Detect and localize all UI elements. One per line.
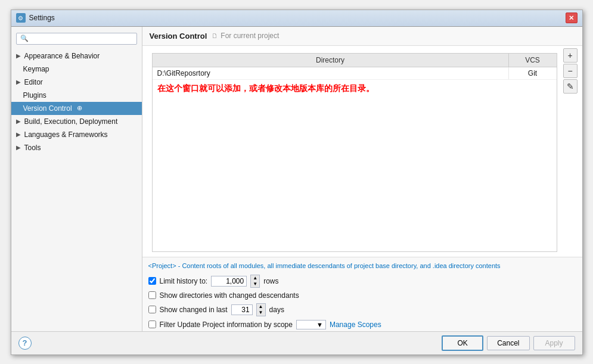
- settings-dialog: ⚙ Settings ✕ 🔍 ▶ Appearance & Behavior K…: [11, 10, 583, 355]
- option-filter-update: Filter Update Project information by sco…: [148, 318, 576, 331]
- limit-history-input[interactable]: [211, 276, 247, 287]
- sidebar-item-tools[interactable]: ▶ Tools: [11, 141, 142, 154]
- sidebar-item-version-control[interactable]: Version Control ⊕: [11, 102, 142, 115]
- show-changed-spinner: ▲ ▼: [256, 303, 266, 316]
- apply-button[interactable]: Apply: [533, 336, 575, 350]
- sidebar-item-label: Languages & Frameworks: [24, 130, 108, 139]
- spinner-down[interactable]: ▼: [251, 281, 259, 287]
- content-header: Version Control 🗋 For current project: [142, 27, 582, 46]
- side-buttons: + − ✎: [563, 48, 578, 254]
- sidebar: 🔍 ▶ Appearance & Behavior Keymap ▶ Edito…: [11, 27, 142, 331]
- sidebar-item-build[interactable]: ▶ Build, Execution, Deployment: [11, 115, 142, 128]
- annotation-text: 在这个窗口就可以添加，或者修改本地版本库的所在目录。: [153, 80, 557, 98]
- title-bar: ⚙ Settings ✕: [11, 10, 582, 27]
- content-title: Version Control: [150, 32, 207, 41]
- checkbox-filter-update[interactable]: [148, 321, 156, 328]
- content-subtitle: 🗋 For current project: [212, 32, 279, 40]
- bottom-section: <Project> - Content roots of all modules…: [142, 257, 582, 331]
- sidebar-item-label: Appearance & Behavior: [24, 52, 100, 60]
- arrow-icon: ▶: [16, 131, 22, 138]
- ok-button[interactable]: OK: [442, 335, 483, 351]
- help-button[interactable]: ?: [18, 337, 32, 350]
- show-changed-label-post: days: [269, 306, 284, 314]
- table-header: Directory VCS: [153, 54, 557, 67]
- sidebar-item-label: Version Control: [23, 104, 72, 113]
- add-button[interactable]: +: [563, 48, 578, 63]
- scope-dropdown[interactable]: ▼: [296, 320, 326, 329]
- limit-history-label-post: rows: [263, 277, 278, 285]
- checkbox-show-dirs[interactable]: [148, 291, 156, 299]
- limit-history-spinner: ▲ ▼: [250, 275, 260, 288]
- close-button[interactable]: ✕: [566, 13, 578, 23]
- table-with-buttons: Directory VCS D:\GitReposrtory Git 在这个窗口…: [147, 48, 578, 254]
- arrow-icon: ▶: [16, 118, 22, 125]
- arrow-icon: ▶: [16, 52, 22, 59]
- checkbox-show-changed[interactable]: [148, 306, 156, 313]
- cancel-button[interactable]: Cancel: [487, 336, 529, 350]
- limit-history-label-pre: Limit history to:: [160, 277, 208, 285]
- title-bar-left: ⚙ Settings: [16, 13, 55, 23]
- search-box[interactable]: 🔍: [16, 33, 137, 45]
- col-directory: Directory: [153, 54, 509, 67]
- page-icon: 🗋: [212, 32, 218, 39]
- edit-button[interactable]: ✎: [563, 79, 578, 94]
- sidebar-item-label: Plugins: [23, 91, 46, 99]
- footer-help: ?: [18, 337, 439, 350]
- settings-icon: ⚙: [16, 13, 26, 23]
- project-tag: <Project>: [148, 262, 176, 269]
- sidebar-item-label: Build, Execution, Deployment: [24, 117, 118, 126]
- arrow-icon: ▶: [16, 144, 22, 151]
- filter-update-label: Filter Update Project information by sco…: [160, 321, 293, 329]
- sidebar-item-appearance[interactable]: ▶ Appearance & Behavior: [11, 49, 142, 63]
- sidebar-item-languages[interactable]: ▶ Languages & Frameworks: [11, 128, 142, 141]
- search-input[interactable]: [31, 35, 133, 43]
- sidebar-item-label: Tools: [24, 144, 41, 152]
- option-show-dirs: Show directories with changed descendant…: [148, 290, 576, 301]
- show-changed-input[interactable]: [231, 304, 253, 315]
- manage-scopes-link[interactable]: Manage Scopes: [330, 321, 381, 329]
- sidebar-item-editor[interactable]: ▶ Editor: [11, 76, 142, 89]
- content-subtitle-text: For current project: [221, 32, 279, 40]
- spinner-up[interactable]: ▲: [257, 304, 265, 310]
- remove-button[interactable]: −: [563, 64, 578, 78]
- option-show-changed: Show changed in last ▲ ▼ days: [148, 301, 576, 318]
- window-title: Settings: [29, 14, 55, 22]
- sidebar-item-plugins[interactable]: Plugins: [11, 89, 142, 102]
- spinner-up[interactable]: ▲: [251, 275, 259, 281]
- dialog-body: 🔍 ▶ Appearance & Behavior Keymap ▶ Edito…: [11, 27, 582, 331]
- content-area: Version Control 🗋 For current project Di…: [142, 27, 582, 331]
- col-vcs: VCS: [509, 54, 557, 67]
- vcs-table: Directory VCS D:\GitReposrtory Git 在这个窗口…: [152, 53, 557, 252]
- project-note-text: - Content roots of all modules, all imme…: [178, 262, 501, 269]
- option-limit-history: Limit history to: ▲ ▼ rows: [148, 273, 576, 290]
- show-dirs-label: Show directories with changed descendant…: [160, 291, 299, 300]
- project-note: <Project> - Content roots of all modules…: [148, 260, 576, 273]
- spinner-down[interactable]: ▼: [257, 310, 265, 316]
- sidebar-item-label: Keymap: [23, 65, 49, 73]
- cell-directory: D:\GitReposrtory: [153, 67, 509, 79]
- vcs-icon: ⊕: [77, 104, 82, 112]
- arrow-icon: ▶: [16, 79, 22, 85]
- show-changed-label-pre: Show changed in last: [160, 306, 228, 314]
- dialog-footer: ? OK Cancel Apply: [11, 331, 582, 354]
- sidebar-item-label: Editor: [24, 78, 43, 86]
- cell-vcs: Git: [509, 67, 557, 79]
- table-row[interactable]: D:\GitReposrtory Git: [153, 67, 557, 80]
- sidebar-item-keymap[interactable]: Keymap: [11, 63, 142, 76]
- dropdown-arrow-icon: ▼: [316, 321, 323, 328]
- checkbox-limit-history[interactable]: [148, 277, 156, 285]
- search-icon: 🔍: [20, 35, 29, 42]
- table-body: D:\GitReposrtory Git 在这个窗口就可以添加，或者修改本地版本…: [153, 67, 557, 251]
